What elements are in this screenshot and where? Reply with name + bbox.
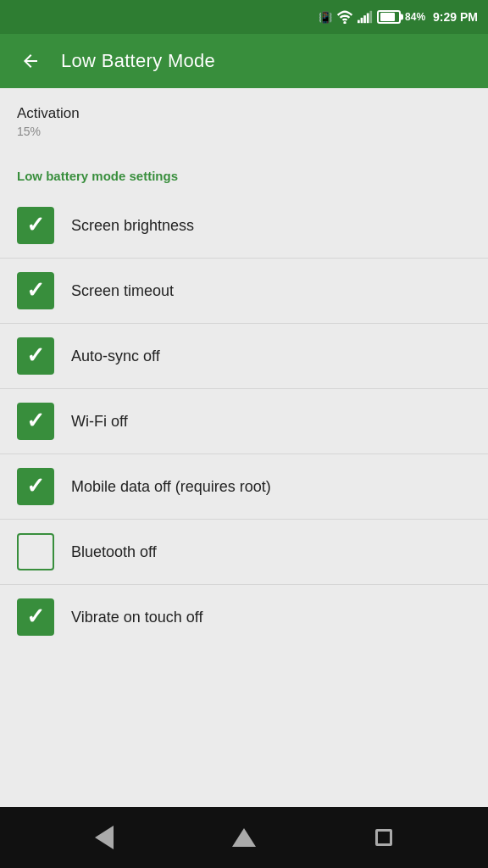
app-bar: Low Battery Mode (0, 34, 488, 88)
status-icons: 📳 84% 9:29 PM (319, 10, 478, 24)
checkmark-icon: ✓ (26, 475, 45, 497)
setting-label-screen-brightness: Screen brightness (71, 217, 194, 235)
svg-rect-5 (369, 11, 372, 23)
svg-rect-3 (363, 15, 366, 23)
checkmark-icon: ✓ (26, 214, 45, 236)
checkbox-vibrate-touch[interactable]: ✓ (17, 598, 54, 636)
setting-label-bluetooth-off: Bluetooth off (71, 543, 157, 561)
checkbox-wifi-off[interactable]: ✓ (17, 403, 54, 440)
activation-section: Activation 15% (0, 88, 488, 152)
nav-recents-icon (375, 829, 392, 846)
setting-item-wifi-off[interactable]: ✓Wi-Fi off (0, 389, 488, 454)
activation-label: Activation (17, 105, 471, 122)
setting-item-screen-brightness[interactable]: ✓Screen brightness (0, 193, 488, 259)
setting-item-screen-timeout[interactable]: ✓Screen timeout (0, 259, 488, 324)
checkmark-icon: ✓ (26, 279, 45, 301)
status-bar: 📳 84% 9:29 PM (0, 0, 488, 34)
nav-recents-button[interactable] (363, 817, 404, 858)
nav-home-button[interactable] (224, 817, 264, 858)
svg-rect-1 (358, 20, 360, 24)
battery-percent: 84% (405, 11, 425, 23)
setting-item-vibrate-touch[interactable]: ✓Vibrate on touch off (0, 585, 488, 649)
setting-label-vibrate-touch: Vibrate on touch off (71, 609, 202, 626)
checkmark-icon: ✓ (26, 344, 45, 366)
clock: 9:29 PM (433, 10, 478, 24)
signal-icon (358, 10, 373, 24)
checkbox-screen-timeout[interactable]: ✓ (17, 272, 54, 309)
activation-value: 15% (17, 125, 471, 138)
svg-point-0 (343, 21, 346, 24)
checkbox-auto-sync[interactable]: ✓ (17, 337, 54, 375)
settings-section-header: Low battery mode settings (0, 152, 488, 193)
nav-bar (0, 807, 488, 868)
checkbox-bluetooth-off[interactable] (17, 533, 54, 570)
checkmark-icon: ✓ (26, 605, 45, 627)
checkbox-screen-brightness[interactable]: ✓ (17, 207, 54, 244)
setting-label-wifi-off: Wi-Fi off (71, 413, 128, 431)
vibrate-icon: 📳 (319, 11, 332, 24)
battery-icon (377, 10, 401, 24)
setting-item-mobile-data[interactable]: ✓Mobile data off (requires root) (0, 454, 488, 520)
setting-item-bluetooth-off[interactable]: Bluetooth off (0, 520, 488, 585)
setting-item-auto-sync[interactable]: ✓Auto-sync off (0, 324, 488, 389)
nav-back-button[interactable] (84, 817, 125, 858)
svg-rect-4 (367, 14, 369, 24)
setting-label-auto-sync: Auto-sync off (71, 348, 160, 365)
svg-rect-2 (361, 18, 363, 23)
nav-home-icon (232, 828, 256, 847)
page-title: Low Battery Mode (61, 50, 215, 72)
checkbox-mobile-data[interactable]: ✓ (17, 468, 54, 505)
nav-back-icon (95, 826, 114, 849)
main-content: Activation 15% Low battery mode settings… (0, 88, 488, 807)
checkmark-icon: ✓ (26, 409, 45, 431)
setting-label-screen-timeout: Screen timeout (71, 282, 174, 300)
setting-label-mobile-data: Mobile data off (requires root) (71, 478, 271, 496)
back-button[interactable] (14, 44, 47, 78)
wifi-icon (336, 10, 353, 24)
settings-list: ✓Screen brightness✓Screen timeout✓Auto-s… (0, 193, 488, 649)
